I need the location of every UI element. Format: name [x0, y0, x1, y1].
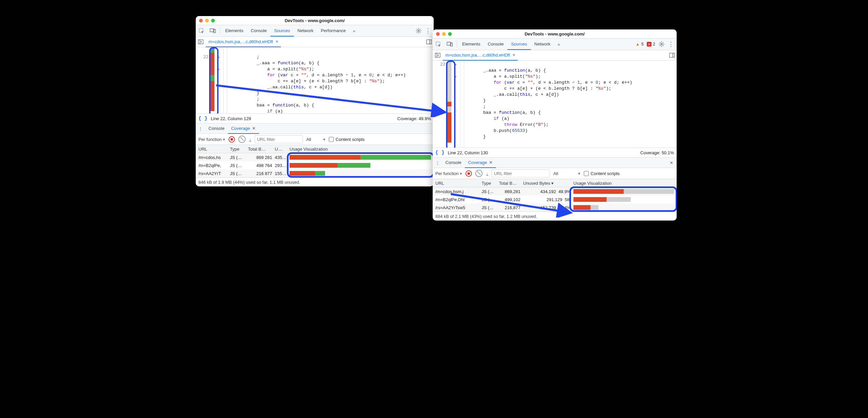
col-url[interactable]: URL [434, 181, 480, 186]
table-row[interactable]: /m=cdos,hsJS (…869 281435 … [196, 153, 434, 161]
type-filter-select[interactable]: All▾ [306, 137, 326, 142]
navigator-toggle-icon[interactable] [196, 39, 206, 44]
zoom-dot[interactable] [448, 32, 452, 36]
close-drawer-icon[interactable]: ✕ [666, 160, 677, 165]
pretty-print-button[interactable]: { } [435, 150, 444, 155]
close-dot[interactable] [199, 19, 203, 23]
inspect-icon[interactable] [196, 25, 207, 36]
col-viz[interactable]: Usage Visualization [288, 147, 432, 151]
panel-tabs: Elements Console Sources Network » [459, 38, 563, 50]
tab-sources[interactable]: Sources [271, 25, 294, 36]
col-unused[interactable]: U… [274, 147, 288, 151]
content-scripts-checkbox[interactable]: Content scripts [329, 137, 365, 142]
close-tab-icon[interactable]: ✕ [513, 52, 516, 58]
clear-button[interactable] [238, 136, 246, 143]
clear-button[interactable] [475, 170, 483, 177]
export-button[interactable] [249, 137, 251, 142]
drawer-tab-console[interactable]: Console [442, 157, 465, 168]
devtools-window-b: DevTools - www.google.com/ Elements Cons… [433, 30, 677, 220]
tab-elements[interactable]: Elements [459, 38, 484, 50]
code-content: ; _.aaa = function(a, b) { a = a.split("… [230, 47, 408, 113]
record-button[interactable] [228, 136, 235, 143]
pretty-print-button[interactable]: { } [198, 116, 208, 121]
table-header[interactable]: URL Type Total B… Unused Bytes▾ Usage Vi… [433, 179, 677, 187]
drawer-tab-console[interactable]: Console [205, 123, 228, 134]
close-tab-icon[interactable]: ✕ [276, 39, 279, 44]
settings-icon[interactable] [658, 41, 664, 47]
coverage-toolbar: Per function▾ All▾ Content scripts [196, 134, 434, 145]
drawer-tab-coverage[interactable]: Coverage✕ [465, 157, 496, 168]
fold-gutter[interactable]: ▸▸ [452, 61, 460, 148]
tab-network[interactable]: Network [294, 25, 317, 36]
url-filter-input[interactable] [492, 169, 550, 177]
content-scripts-checkbox[interactable]: Content scripts [584, 171, 620, 176]
col-type[interactable]: Type [228, 147, 247, 151]
kebab-icon[interactable]: ⋮ [668, 40, 674, 48]
inspect-icon[interactable] [433, 38, 444, 50]
col-total[interactable]: Total B… [247, 147, 274, 151]
coverage-gutter [447, 61, 452, 148]
table-row[interactable]: /m=B2qlPe,DhlJS (…499,102291,129 58. [433, 196, 677, 204]
drawer-kebab-icon[interactable]: ⋮ [196, 126, 205, 131]
window-controls[interactable] [436, 32, 452, 36]
close-tab-icon[interactable]: ✕ [489, 160, 493, 165]
tabs-overflow[interactable]: » [554, 38, 563, 50]
close-dot[interactable] [436, 32, 440, 36]
svg-rect-5 [198, 40, 200, 44]
usage-bar [574, 205, 674, 210]
col-total[interactable]: Total B… [498, 181, 522, 186]
coverage-scope-select[interactable]: Per function▾ [198, 137, 225, 142]
svg-rect-13 [435, 53, 437, 58]
coverage-percent: Coverage: 49.9% [398, 116, 431, 121]
tab-sources[interactable]: Sources [507, 38, 531, 50]
tab-console[interactable]: Console [484, 38, 507, 50]
zoom-dot[interactable] [211, 19, 215, 23]
kebab-icon[interactable]: ⋮ [425, 27, 431, 34]
errors-badge[interactable]: ✕2 [647, 42, 655, 46]
usage-bar [289, 170, 431, 176]
col-viz[interactable]: Usage Visualization [572, 181, 675, 186]
tab-network[interactable]: Network [531, 38, 554, 50]
url-filter-input[interactable] [255, 135, 303, 143]
navigator-toggle-icon[interactable] [433, 53, 443, 58]
svg-point-3 [418, 30, 420, 32]
tab-performance[interactable]: Performance [317, 25, 349, 36]
drawer-tabs: ⋮ Console Coverage✕ ✕ [433, 157, 677, 168]
tab-elements[interactable]: Elements [221, 25, 247, 36]
svg-rect-12 [435, 53, 440, 58]
type-filter-select[interactable]: All▾ [553, 171, 581, 176]
table-row[interactable]: /m=B2qlPe,JS (…498 764293 … [196, 161, 434, 169]
tabs-overflow[interactable]: » [349, 25, 359, 36]
coverage-table: URL Type Total B… U… Usage Visualization… [196, 145, 434, 177]
record-button[interactable] [465, 170, 472, 177]
col-url[interactable]: URL [197, 147, 228, 151]
open-file-tab[interactable]: m=cdos,hsm,jsa,…c,dtl0hd,eHDfl ✕ [443, 50, 518, 61]
code-editor[interactable]: 22 ▸▸ _.aaa = function(a, b) { a = a.spl… [433, 61, 677, 148]
table-row[interactable]: /rs=AA2YrTJS (…216 877155 … [196, 169, 434, 177]
debugger-toggle-icon[interactable] [669, 53, 677, 58]
col-type[interactable]: Type [480, 181, 498, 186]
drawer-tab-coverage[interactable]: Coverage✕ [228, 123, 259, 134]
code-editor[interactable]: 22 ▸▸ ; _.aaa = function(a, b) { a = a.s… [196, 47, 434, 113]
export-button[interactable] [486, 171, 488, 176]
coverage-summary: 884 kB of 2.1 MB (43%) used so far, 1.2 … [433, 211, 677, 220]
minimize-dot[interactable] [205, 19, 209, 23]
close-tab-icon[interactable]: ✕ [252, 126, 256, 131]
open-file-tab[interactable]: m=cdos,hsm,jsa,…c,dtl0hd,eHDfl ✕ [206, 36, 281, 47]
minimize-dot[interactable] [442, 32, 446, 36]
device-toggle-icon[interactable] [207, 25, 218, 36]
settings-icon[interactable] [415, 28, 422, 34]
table-header[interactable]: URL Type Total B… U… Usage Visualization [196, 145, 434, 153]
col-unused[interactable]: Unused Bytes▾ [522, 181, 572, 186]
fold-gutter[interactable]: ▸▸ [215, 47, 223, 113]
table-row[interactable]: /m=cdos,hsm,jJS (…869,281434,192 49.9% [433, 187, 677, 196]
coverage-summary: 846 kB of 1.9 MB (44%) used so far, 1.1 … [196, 177, 434, 186]
window-title: DevTools - www.google.com/ [196, 18, 434, 23]
window-controls[interactable] [199, 19, 215, 23]
tab-console[interactable]: Console [247, 25, 271, 36]
warnings-badge[interactable]: ▲5 [636, 42, 644, 46]
coverage-scope-select[interactable]: Per function▾ [435, 171, 462, 176]
drawer-kebab-icon[interactable]: ⋮ [433, 160, 442, 165]
device-toggle-icon[interactable] [444, 38, 456, 50]
table-row[interactable]: /rs=AA2YrTsw5JS (…216,877152,739 70.4% [433, 204, 677, 211]
